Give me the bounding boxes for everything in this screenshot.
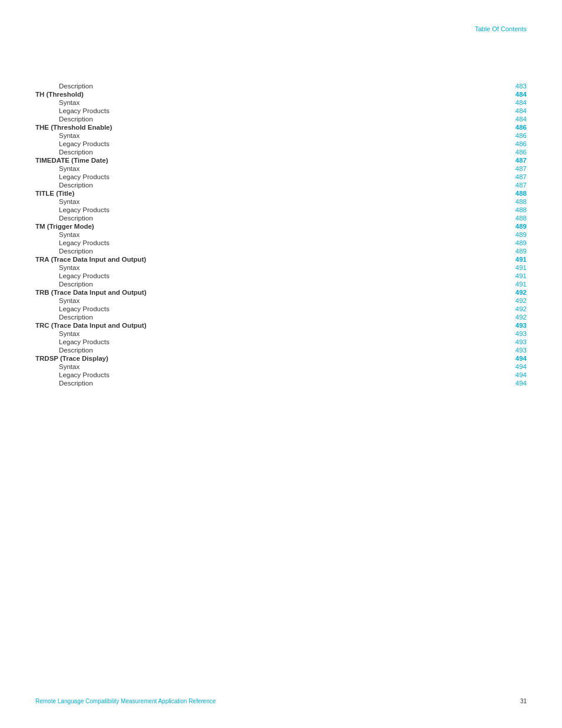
- toc-entry[interactable]: Syntax489: [35, 231, 527, 238]
- toc-entry[interactable]: Legacy Products493: [35, 338, 527, 345]
- toc-entry[interactable]: Syntax494: [35, 363, 527, 370]
- footer-title: Remote Language Compatibility Measuremen…: [35, 698, 216, 704]
- toc-entry[interactable]: Legacy Products486: [35, 140, 527, 147]
- toc-entry[interactable]: Description491: [35, 281, 527, 288]
- toc-entry-page: 492: [509, 305, 527, 312]
- toc-entry-title: Syntax: [59, 297, 80, 304]
- toc-entry-page: 488: [509, 206, 527, 213]
- toc-entry-title: Syntax: [59, 363, 80, 370]
- toc-entry[interactable]: Syntax484: [35, 99, 527, 106]
- toc-entry[interactable]: TRB (Trace Data Input and Output)492: [35, 289, 527, 296]
- toc-entry-title: Description: [59, 116, 93, 123]
- toc-entry[interactable]: THE (Threshold Enable)486: [35, 124, 527, 131]
- toc-entry-page: 487: [509, 173, 527, 180]
- toc-entry-title: Syntax: [59, 264, 80, 271]
- toc-entry[interactable]: TRA (Trace Data Input and Output)491: [35, 256, 527, 263]
- toc-entry[interactable]: Legacy Products488: [35, 206, 527, 213]
- toc-entry-title: Legacy Products: [59, 338, 110, 345]
- toc-entry[interactable]: Legacy Products491: [35, 272, 527, 279]
- toc-entry-page: 486: [509, 132, 527, 139]
- toc-entry-title: TIMEDATE (Time Date): [35, 157, 108, 164]
- toc-entry[interactable]: Description492: [35, 314, 527, 321]
- toc-entry-page: 489: [509, 231, 527, 238]
- toc-entry[interactable]: TIMEDATE (Time Date)487: [35, 157, 527, 164]
- toc-entry[interactable]: Syntax486: [35, 132, 527, 139]
- toc-entry[interactable]: Syntax492: [35, 297, 527, 304]
- toc-entry-title: Legacy Products: [59, 173, 110, 180]
- toc-entry[interactable]: Description484: [35, 116, 527, 123]
- toc-entry-page: 489: [509, 248, 527, 255]
- toc-entry-title: Description: [59, 248, 93, 255]
- toc-entry-page: 492: [509, 314, 527, 321]
- toc-entry-title: Description: [59, 314, 93, 321]
- toc-entry-title: TRDSP (Trace Display): [35, 355, 108, 362]
- toc-entry[interactable]: Description488: [35, 215, 527, 222]
- toc-entry[interactable]: Syntax493: [35, 330, 527, 337]
- toc-entry-page: 491: [509, 256, 527, 263]
- toc-entry[interactable]: Syntax491: [35, 264, 527, 271]
- toc-entry-page: 486: [509, 124, 527, 131]
- footer-page: 31: [520, 698, 527, 704]
- toc-entry-page: 487: [509, 182, 527, 189]
- toc-entry-page: 484: [509, 99, 527, 106]
- footer: Remote Language Compatibility Measuremen…: [0, 698, 562, 704]
- toc-entry-page: 486: [509, 149, 527, 156]
- toc-entry[interactable]: Description493: [35, 347, 527, 354]
- toc-entry-title: Description: [59, 380, 93, 387]
- page-container: Table Of Contents Description483TH (Thre…: [0, 0, 562, 728]
- toc-entry-title: Description: [59, 182, 93, 189]
- toc-entry-title: TITLE (Title): [35, 190, 74, 197]
- toc-entry-title: TRC (Trace Data Input and Output): [35, 322, 146, 329]
- toc-entry-page: 488: [509, 198, 527, 205]
- toc-entry[interactable]: TRC (Trace Data Input and Output)493: [35, 322, 527, 329]
- toc-entry-title: Description: [59, 83, 93, 90]
- toc-entry[interactable]: TM (Trigger Mode)489: [35, 223, 527, 230]
- toc-entry-title: Legacy Products: [59, 272, 110, 279]
- toc-entry[interactable]: Legacy Products487: [35, 173, 527, 180]
- toc-entry-title: Syntax: [59, 231, 80, 238]
- toc-entry-page: 494: [509, 371, 527, 378]
- toc-entry[interactable]: TRDSP (Trace Display)494: [35, 355, 527, 362]
- toc-entry[interactable]: Legacy Products489: [35, 239, 527, 246]
- toc-entry-page: 489: [509, 223, 527, 230]
- toc-entry-page: 493: [509, 330, 527, 337]
- toc-entry[interactable]: Legacy Products492: [35, 305, 527, 312]
- toc-entry-page: 488: [509, 215, 527, 222]
- toc-entry-title: TH (Threshold): [35, 91, 84, 98]
- toc-entry-page: 483: [509, 83, 527, 90]
- toc-entry-title: Legacy Products: [59, 371, 110, 378]
- toc-entry[interactable]: Description486: [35, 149, 527, 156]
- toc-entry-title: TM (Trigger Mode): [35, 223, 94, 230]
- toc-entry[interactable]: Description487: [35, 182, 527, 189]
- toc-entry-page: 492: [509, 289, 527, 296]
- toc-entry-title: Legacy Products: [59, 239, 110, 246]
- toc-entry[interactable]: Syntax487: [35, 165, 527, 172]
- toc-entry-title: Syntax: [59, 198, 80, 205]
- toc-entry-page: 494: [509, 380, 527, 387]
- toc-entry-title: Description: [59, 215, 93, 222]
- toc-entry-page: 493: [509, 338, 527, 345]
- toc-entry[interactable]: TH (Threshold)484: [35, 91, 527, 98]
- toc-entry[interactable]: Legacy Products484: [35, 107, 527, 114]
- toc-entry-page: 491: [509, 264, 527, 271]
- toc-entry-page: 491: [509, 272, 527, 279]
- toc-entry[interactable]: Legacy Products494: [35, 371, 527, 378]
- toc-link[interactable]: Table Of Contents: [475, 25, 527, 32]
- toc-entry-page: 493: [509, 347, 527, 354]
- toc-entry-page: 484: [509, 116, 527, 123]
- toc-entry-page: 484: [509, 91, 527, 98]
- toc-entry-page: 488: [509, 190, 527, 197]
- toc-entry-page: 486: [509, 140, 527, 147]
- toc-entry[interactable]: TITLE (Title)488: [35, 190, 527, 197]
- toc-entry-title: Legacy Products: [59, 305, 110, 312]
- toc-entry[interactable]: Description494: [35, 380, 527, 387]
- toc-content: Description483TH (Threshold)484Syntax484…: [35, 83, 527, 387]
- toc-entry-title: TRA (Trace Data Input and Output): [35, 256, 146, 263]
- toc-entry-title: Legacy Products: [59, 140, 110, 147]
- toc-entry[interactable]: Description483: [35, 83, 527, 90]
- toc-entry-title: Description: [59, 149, 93, 156]
- toc-entry-page: 493: [509, 322, 527, 329]
- toc-entry-title: Syntax: [59, 330, 80, 337]
- toc-entry[interactable]: Syntax488: [35, 198, 527, 205]
- toc-entry[interactable]: Description489: [35, 248, 527, 255]
